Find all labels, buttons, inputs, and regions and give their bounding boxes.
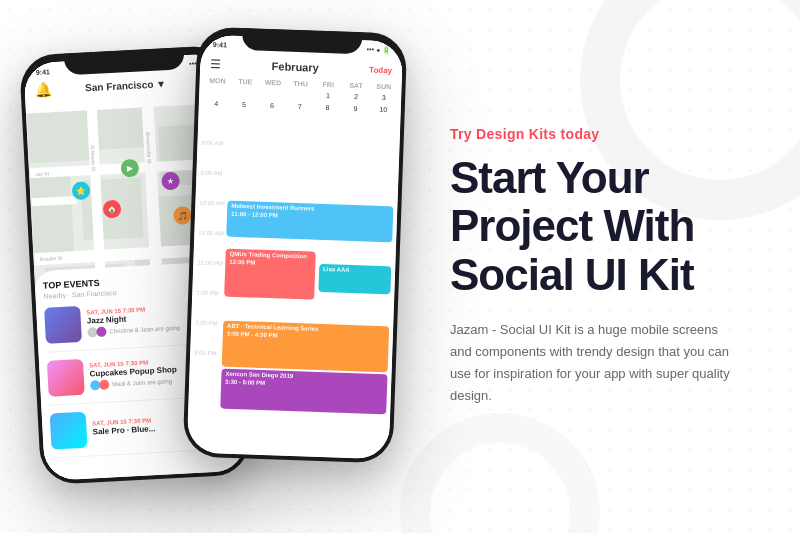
event-image (47, 359, 85, 397)
hamburger-icon[interactable]: ☰ (210, 57, 221, 71)
map-time: 9:41 (36, 68, 50, 76)
cal-day-today[interactable]: 8 (314, 102, 341, 114)
text-section: Try Design Kits today Start Your Project… (430, 86, 800, 448)
month-label: February (229, 59, 361, 76)
event-image (50, 412, 88, 450)
cal-day[interactable]: 10 (370, 104, 397, 116)
time-label: 9:00 AM (200, 170, 229, 201)
phone-right: 9:41 ▪▪▪ ⬥ 🔋 ☰ February Today MON TUE WE… (183, 26, 408, 463)
map-location-label: San Francisco ▼ (57, 76, 193, 94)
day-header-tue: TUE (231, 78, 259, 86)
day-header-sun: SUN (370, 83, 398, 91)
time-label: 11:00 AM (197, 230, 226, 261)
today-button[interactable]: Today (369, 65, 392, 75)
cal-day[interactable]: 1 (314, 90, 341, 102)
page-layout: 9:41 ▪▪▪ ⬥ 📶 🔔 San Francisco ▼ 🔍 (0, 0, 800, 533)
cal-day[interactable] (287, 89, 314, 101)
cal-event-block[interactable]: Lisa AAA (318, 264, 391, 294)
phone-notch (242, 28, 363, 54)
avatar (99, 380, 110, 391)
day-header-sat: SAT (342, 82, 370, 90)
day-header-fri: FRI (314, 81, 342, 89)
time-label: 10:00 AM (198, 200, 227, 231)
cal-events-area: Midwest Investment Runners11:00 - 12:00 … (219, 141, 396, 460)
cal-day[interactable]: 6 (258, 100, 285, 112)
cal-day[interactable] (203, 86, 230, 98)
cal-day[interactable]: 4 (203, 98, 230, 110)
time-label: 1:00 PM (195, 290, 224, 321)
svg-text:Jay St: Jay St (35, 170, 50, 177)
svg-text:★: ★ (167, 177, 174, 186)
day-header-thu: THU (287, 80, 315, 88)
headline: Start Your Project With Social UI Kit (450, 154, 750, 299)
phone-right-screen: 9:41 ▪▪▪ ⬥ 🔋 ☰ February Today MON TUE WE… (187, 35, 403, 460)
event-image (44, 306, 82, 344)
time-label: 3:00 PM (193, 350, 222, 381)
cal-day[interactable]: 2 (342, 91, 369, 103)
event-attendees: Madi & John are going (112, 378, 172, 387)
svg-text:⭐: ⭐ (76, 185, 87, 196)
cal-event-block[interactable]: Xencon San Diego 20193:30 - 5:00 PM (220, 369, 387, 415)
time-label: 12:00 PM (196, 260, 225, 291)
day-header-mon: MON (204, 77, 232, 85)
svg-text:Rosalie St: Rosalie St (39, 255, 63, 262)
cal-day[interactable] (231, 87, 258, 99)
cal-signal: ▪▪▪ ⬥ 🔋 (366, 45, 391, 54)
svg-rect-2 (97, 107, 149, 150)
headline-line1: Start Your (450, 153, 649, 202)
time-label: 8:00 AM (201, 140, 230, 171)
event-attendees: Christina & Jean are going (109, 325, 180, 335)
svg-rect-4 (30, 171, 74, 253)
svg-text:🏠: 🏠 (107, 204, 118, 215)
cal-event-block[interactable]: ABT · Technical Learning Series3:00 PM -… (222, 321, 390, 373)
calendar-screen: 9:41 ▪▪▪ ⬥ 🔋 ☰ February Today MON TUE WE… (187, 35, 403, 460)
cal-event-block[interactable]: QMUs Trading Competition12:00 PM (224, 249, 316, 300)
day-header-wed: WED (259, 79, 287, 87)
description: Jazam - Social UI Kit is a huge mobile s… (450, 319, 730, 407)
avatar (96, 327, 107, 338)
bell-icon[interactable]: 🔔 (34, 81, 52, 98)
svg-text:🎵: 🎵 (177, 210, 188, 221)
cal-day[interactable]: 3 (370, 92, 397, 104)
headline-line3: Social UI Kit (450, 250, 694, 299)
phones-section: 9:41 ▪▪▪ ⬥ 📶 🔔 San Francisco ▼ 🔍 (0, 0, 430, 533)
tagline: Try Design Kits today (450, 126, 750, 142)
cal-time: 9:41 (213, 41, 227, 48)
cal-day[interactable]: 9 (342, 103, 369, 115)
cal-event-block[interactable]: Midwest Investment Runners11:00 - 12:00 … (226, 201, 393, 243)
cal-day[interactable]: 5 (231, 99, 258, 111)
time-label: 2:00 PM (194, 320, 223, 351)
headline-line2: Project With (450, 201, 694, 250)
svg-rect-1 (27, 110, 90, 163)
cal-day[interactable]: 7 (286, 101, 313, 113)
cal-day[interactable] (259, 88, 286, 100)
